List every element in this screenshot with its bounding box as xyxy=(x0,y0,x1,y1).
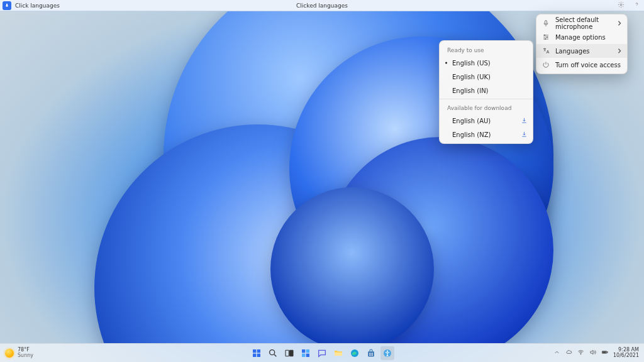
sun-icon xyxy=(5,349,14,358)
language-icon xyxy=(541,47,550,55)
svg-rect-13 xyxy=(306,349,309,353)
submenu-section-download: Available for download xyxy=(440,101,533,114)
language-option-en-in[interactable]: English (IN) xyxy=(440,84,533,97)
svg-rect-11 xyxy=(290,350,293,356)
submenu-section-ready: Ready to use xyxy=(440,43,533,56)
svg-rect-8 xyxy=(257,353,260,356)
svg-rect-7 xyxy=(253,353,256,356)
clock-date: 10/6/2021 xyxy=(613,353,639,358)
language-label: English (NZ) xyxy=(452,131,516,138)
battery-icon[interactable] xyxy=(601,349,608,357)
language-label: English (IN) xyxy=(452,87,528,94)
accessibility-app-button[interactable] xyxy=(380,346,394,360)
chevron-right-icon xyxy=(617,48,622,55)
sliders-icon xyxy=(541,33,550,41)
language-option-en-us[interactable]: English (US) xyxy=(440,56,533,70)
menu-item-languages[interactable]: Languages xyxy=(536,44,627,58)
svg-point-24 xyxy=(580,354,581,354)
volume-icon[interactable] xyxy=(589,349,596,357)
tray-overflow-icon[interactable] xyxy=(553,349,560,357)
language-label: English (US) xyxy=(452,60,528,67)
chevron-right-icon xyxy=(617,20,622,27)
svg-rect-20 xyxy=(369,354,370,356)
start-button[interactable] xyxy=(250,346,264,360)
file-explorer-button[interactable] xyxy=(331,346,345,360)
svg-point-0 xyxy=(620,4,622,6)
svg-rect-5 xyxy=(253,349,256,353)
weather-widget[interactable]: 78°F Sunny xyxy=(0,348,33,358)
wifi-icon[interactable] xyxy=(577,349,584,357)
onedrive-icon[interactable] xyxy=(565,349,572,357)
clock[interactable]: 9:28 AM 10/6/2021 xyxy=(613,348,639,358)
svg-point-23 xyxy=(387,350,388,351)
menu-item-label: Turn off voice access xyxy=(555,62,622,69)
language-download-en-au[interactable]: English (AU) xyxy=(440,114,533,128)
power-icon xyxy=(541,61,550,69)
selected-dot-icon xyxy=(445,62,447,64)
voice-access-settings-menu: Select default microphone Manage options… xyxy=(536,14,628,74)
widgets-button[interactable] xyxy=(299,346,313,360)
menu-item-select-default-microphone[interactable]: Select default microphone xyxy=(536,16,627,30)
menu-item-manage-options[interactable]: Manage options xyxy=(536,30,627,44)
svg-rect-1 xyxy=(545,21,547,25)
mic-icon[interactable] xyxy=(3,1,11,10)
language-download-en-nz[interactable]: English (NZ) xyxy=(440,128,533,141)
task-view-button[interactable] xyxy=(282,346,296,360)
voice-bar-center-text: Clicked languages xyxy=(296,3,348,9)
voice-access-bar: Click languages Clicked languages xyxy=(0,0,644,11)
menu-item-turn-off-voice-access[interactable]: Turn off voice access xyxy=(536,58,627,72)
svg-rect-16 xyxy=(335,352,342,355)
mic-icon xyxy=(541,19,550,27)
svg-rect-19 xyxy=(372,353,373,354)
weather-condition: Sunny xyxy=(18,353,33,358)
store-button[interactable] xyxy=(364,346,378,360)
menu-item-label: Select default microphone xyxy=(555,16,612,30)
chat-button[interactable] xyxy=(315,346,329,360)
taskbar: 78°F Sunny xyxy=(0,343,644,362)
download-icon xyxy=(521,131,528,139)
svg-rect-12 xyxy=(302,349,305,353)
language-label: English (AU) xyxy=(452,118,516,124)
svg-point-9 xyxy=(270,349,275,354)
svg-rect-26 xyxy=(607,352,608,353)
system-tray: 9:28 AM 10/6/2021 xyxy=(553,348,644,358)
help-icon[interactable] xyxy=(633,1,640,9)
divider xyxy=(440,99,533,99)
gear-icon[interactable] xyxy=(618,1,625,9)
svg-rect-14 xyxy=(302,353,305,356)
svg-rect-18 xyxy=(369,353,370,354)
svg-rect-6 xyxy=(257,349,260,353)
download-icon xyxy=(521,117,528,125)
svg-rect-21 xyxy=(372,354,373,356)
menu-item-label: Manage options xyxy=(555,34,622,41)
svg-rect-27 xyxy=(602,352,606,353)
svg-rect-15 xyxy=(306,353,309,356)
languages-submenu: Ready to use English (US) English (UK) E… xyxy=(439,40,533,144)
edge-button[interactable] xyxy=(348,346,362,360)
menu-item-label: Languages xyxy=(555,48,612,55)
taskbar-center xyxy=(250,346,394,360)
language-option-en-uk[interactable]: English (UK) xyxy=(440,70,533,84)
language-label: English (UK) xyxy=(452,74,528,80)
svg-rect-10 xyxy=(286,350,289,356)
search-button[interactable] xyxy=(266,346,280,360)
voice-bar-left-text: Click languages xyxy=(15,3,60,9)
